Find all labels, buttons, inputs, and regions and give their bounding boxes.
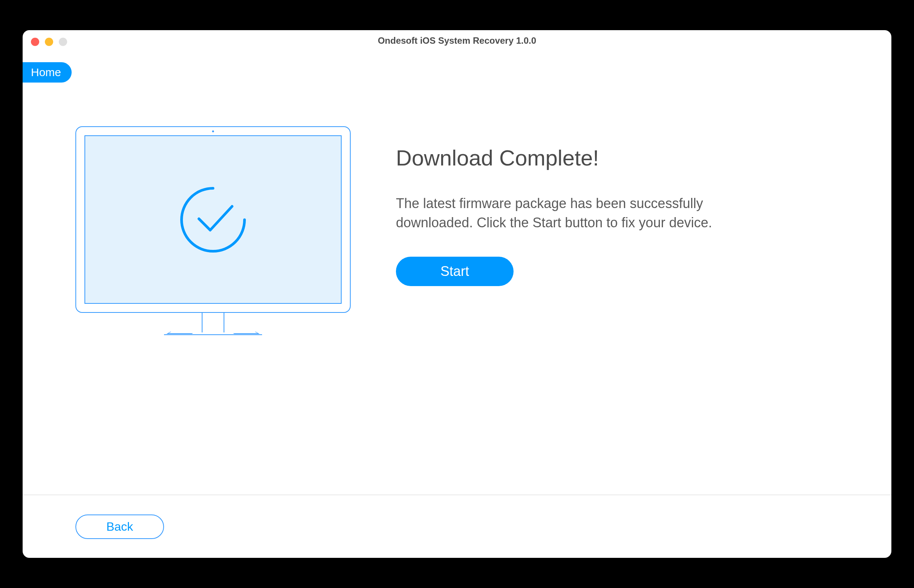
home-tab[interactable]: Home	[23, 62, 72, 82]
footer: Back	[23, 494, 891, 558]
text-panel: Download Complete! The latest firmware p…	[396, 126, 846, 341]
minimize-window-button[interactable]	[45, 38, 53, 46]
window-title: Ondesoft iOS System Recovery 1.0.0	[378, 36, 536, 46]
maximize-window-button[interactable]	[59, 38, 67, 46]
monitor-base-icon	[164, 334, 262, 336]
page-description: The latest firmware package has been suc…	[396, 194, 758, 232]
camera-dot-icon	[212, 131, 214, 132]
app-window: Ondesoft iOS System Recovery 1.0.0 Home …	[23, 30, 891, 558]
close-window-button[interactable]	[31, 38, 39, 46]
monitor-icon	[75, 126, 351, 313]
traffic-lights	[31, 38, 67, 46]
checkmark-circle-icon	[176, 183, 250, 256]
start-button[interactable]: Start	[396, 257, 514, 286]
main-content: Download Complete! The latest firmware p…	[23, 51, 891, 341]
back-button[interactable]: Back	[75, 515, 164, 539]
page-heading: Download Complete!	[396, 145, 846, 170]
monitor-stand-icon	[202, 313, 224, 333]
monitor-screen-icon	[84, 135, 341, 304]
titlebar: Ondesoft iOS System Recovery 1.0.0	[23, 30, 891, 51]
computer-illustration	[75, 126, 351, 341]
